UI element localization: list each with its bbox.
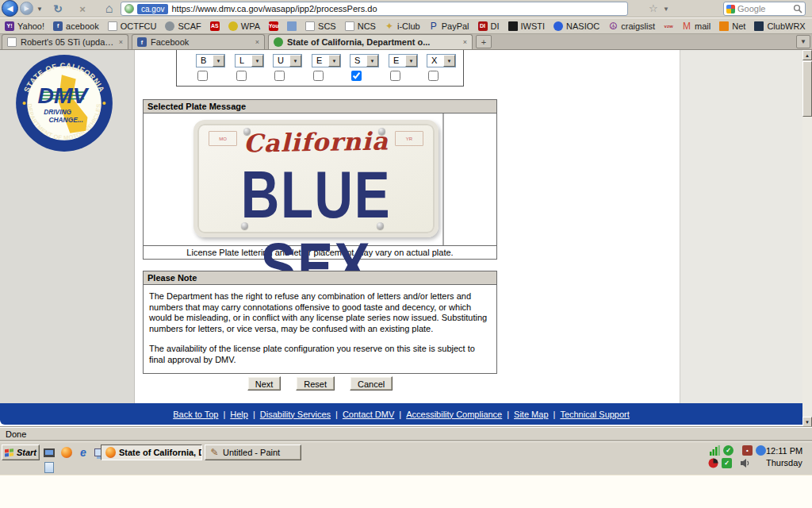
- bookmark-item[interactable]: ✦i-Club: [385, 21, 420, 31]
- site-identity-badge[interactable]: ca.gov: [137, 4, 168, 14]
- footer-link[interactable]: Contact DMV: [343, 410, 394, 419]
- bookmark-star-icon[interactable]: ☆: [649, 2, 658, 14]
- stop-button[interactable]: ×: [75, 2, 90, 16]
- back-button[interactable]: ◀: [2, 0, 18, 17]
- close-icon[interactable]: ×: [463, 38, 467, 46]
- please-note-panel: Please Note The Department has the right…: [143, 271, 497, 374]
- bookmark-label: mail: [695, 21, 710, 31]
- footer-link[interactable]: Technical Support: [560, 410, 629, 419]
- taskbar-task[interactable]: State of California, De...: [101, 444, 202, 460]
- url-bar[interactable]: ca.gov https://www.dmv.ca.gov/wasapp/ipp…: [121, 2, 628, 16]
- bookmark-item[interactable]: ClubWRX: [754, 21, 805, 31]
- bookmark-item[interactable]: DIDI: [478, 21, 500, 31]
- chevron-down-icon[interactable]: ▼: [405, 55, 417, 67]
- next-button[interactable]: Next: [247, 376, 282, 391]
- vertical-scrollbar[interactable]: ▲ ▼: [802, 50, 812, 427]
- bookmark-item[interactable]: OCTFCU: [108, 21, 157, 31]
- bookmark-item[interactable]: facebook: [53, 21, 99, 31]
- bookmark-item[interactable]: vzw: [664, 21, 673, 31]
- search-input[interactable]: [737, 4, 785, 13]
- bookmark-item[interactable]: Mmail: [682, 21, 710, 31]
- history-dropdown-icon[interactable]: ▼: [36, 5, 44, 13]
- plate-letter-select[interactable]: E▼: [312, 54, 341, 67]
- reset-button[interactable]: Reset: [296, 376, 335, 391]
- footer-link[interactable]: Site Map: [514, 410, 548, 419]
- bookmark-item[interactable]: ☮craigslist: [608, 21, 655, 31]
- bookmark-item[interactable]: NASIOC: [553, 21, 599, 31]
- letter-style-checkbox[interactable]: [274, 71, 285, 81]
- security-alert-icon[interactable]: •: [742, 445, 753, 456]
- forward-button[interactable]: ▶: [20, 2, 33, 15]
- reload-button[interactable]: ↻: [51, 2, 65, 16]
- footer-link[interactable]: Accessibility Compliance: [406, 410, 502, 419]
- network-signal-icon[interactable]: [710, 445, 720, 456]
- form-actions: NextResetCancel: [143, 376, 497, 391]
- ie-glyph: e: [80, 446, 86, 459]
- letter-style-checkbox[interactable]: [351, 71, 362, 81]
- scrollbar-thumb[interactable]: [802, 61, 812, 117]
- footer-link[interactable]: Disability Services: [260, 410, 331, 419]
- plate-letter-select[interactable]: B▼: [196, 54, 225, 67]
- bookmark-item[interactable]: You: [269, 21, 278, 31]
- letter-style-checkbox[interactable]: [428, 71, 439, 81]
- bookmark-item[interactable]: NCS: [345, 21, 376, 31]
- chevron-down-icon[interactable]: ▼: [289, 55, 301, 67]
- bookmark-item[interactable]: [287, 21, 297, 31]
- tab[interactable]: fFacebook×: [132, 34, 265, 49]
- bookmark-item[interactable]: SCS: [305, 21, 336, 31]
- shield-ok-icon[interactable]: ✓: [722, 458, 732, 468]
- bookmark-item[interactable]: Y!Yahoo!: [5, 21, 44, 31]
- footer-link[interactable]: Back to Top: [173, 410, 218, 419]
- selected-plate-header: Selected Plate Message: [144, 100, 496, 114]
- plate-letter-select[interactable]: E▼: [389, 54, 418, 67]
- messenger-icon[interactable]: [756, 445, 766, 456]
- plate-letter-select[interactable]: S▼: [350, 54, 379, 67]
- volume-icon[interactable]: [740, 458, 750, 468]
- scan-artifact-line: [442, 114, 444, 245]
- plate-letter-select[interactable]: L▼: [235, 54, 264, 67]
- close-icon[interactable]: ×: [255, 38, 259, 46]
- bookmark-label: ClubWRX: [767, 21, 805, 31]
- chevron-down-icon[interactable]: ▼: [443, 55, 455, 67]
- internet-explorer-icon[interactable]: e: [77, 446, 90, 459]
- search-icon[interactable]: [793, 4, 802, 13]
- bookmark-item[interactable]: AS: [210, 21, 220, 31]
- chevron-down-icon[interactable]: ▼: [328, 55, 340, 67]
- letter-style-checkbox[interactable]: [390, 71, 400, 81]
- chevron-down-icon[interactable]: ▼: [366, 55, 378, 67]
- plate-letter-select[interactable]: X▼: [427, 54, 456, 67]
- firefox-icon[interactable]: [60, 446, 73, 459]
- cancel-button[interactable]: Cancel: [350, 376, 393, 391]
- bookmark-item[interactable]: SCAF: [165, 21, 201, 31]
- bookmark-dropdown-icon[interactable]: ▼: [663, 6, 669, 13]
- antivirus-icon[interactable]: [708, 458, 718, 468]
- sync-ok-icon[interactable]: ✓: [723, 445, 733, 456]
- home-button[interactable]: ⌂: [102, 1, 117, 16]
- taskbar-task[interactable]: ✎Untitled - Paint: [205, 444, 301, 460]
- start-button[interactable]: Start: [2, 444, 40, 460]
- plate-letter-select[interactable]: U▼: [273, 54, 302, 67]
- footer-link[interactable]: Help: [230, 410, 248, 419]
- bookmark-item[interactable]: Net: [719, 21, 745, 31]
- show-desktop-icon[interactable]: [43, 446, 56, 459]
- url-text[interactable]: https://www.dmv.ca.gov/wasapp/ipp2/proce…: [171, 4, 377, 13]
- notes-icon[interactable]: [43, 461, 56, 474]
- bookmark-item[interactable]: WPA: [228, 21, 260, 31]
- tab-title: State of California, Department o...: [287, 37, 459, 47]
- list-all-tabs-button[interactable]: ▼: [796, 35, 810, 48]
- close-icon[interactable]: ×: [119, 38, 123, 46]
- scroll-up-button[interactable]: ▲: [802, 50, 812, 60]
- chevron-down-icon[interactable]: ▼: [213, 55, 224, 67]
- bookmark-label: i-Club: [397, 21, 420, 31]
- google-icon[interactable]: [726, 5, 735, 13]
- tab[interactable]: Robert's 05 STi (update) - Page 34 - So.…: [2, 34, 128, 49]
- chevron-down-icon[interactable]: ▼: [251, 55, 263, 67]
- letter-style-checkbox[interactable]: [236, 71, 247, 81]
- letter-style-checkbox[interactable]: [313, 71, 324, 81]
- bookmark-item[interactable]: IWSTI: [508, 21, 546, 31]
- scroll-down-button[interactable]: ▼: [802, 417, 812, 427]
- letter-style-checkbox[interactable]: [197, 71, 208, 81]
- bookmark-item[interactable]: PPayPal: [429, 21, 469, 31]
- tab-active[interactable]: State of California, Department o...×: [268, 34, 473, 49]
- new-tab-button[interactable]: +: [476, 35, 492, 48]
